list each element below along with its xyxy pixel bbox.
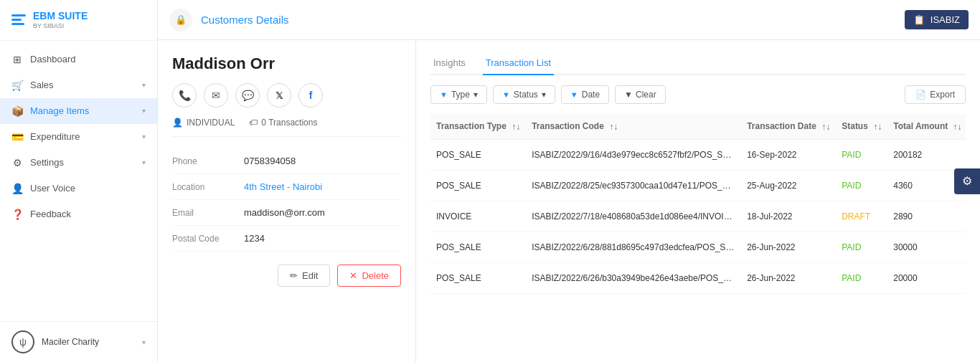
brand-name: ISABIZ (930, 14, 960, 25)
clear-filter-button[interactable]: ▼ Clear (615, 85, 666, 104)
cell-date: 18-Jul-2022 (741, 201, 836, 232)
status-filter-button[interactable]: ▼ Status ▾ (493, 85, 555, 104)
sidebar-item-label: Sales (30, 80, 135, 90)
location-label: Location (172, 181, 244, 192)
cell-type: POS_SALE (430, 262, 526, 293)
cell-code: ISABIZ/2022/8/25/ec9357300caa10d47e11/PO… (526, 170, 741, 201)
cell-code: ISABIZ/2022/7/18/e408680a53de1d086ee4/IN… (526, 201, 741, 232)
table-row: POS_SALE ISABIZ/2022/8/25/ec9357300caa10… (430, 170, 966, 201)
chevron-icon: ▾ (142, 158, 146, 166)
phone-row: Phone 0758394058 (172, 148, 401, 174)
filter-left: ▼ Type ▾ ▼ Status ▾ ▼ Date (430, 85, 666, 104)
sidebar-item-expenditure[interactable]: 💳 Expenditure ▾ (0, 124, 157, 150)
phone-contact-button[interactable]: 📞 (172, 83, 197, 108)
edit-icon: ✏ (290, 270, 298, 281)
filter-icon: ▼ (502, 90, 510, 99)
sidebar-item-feedback[interactable]: ❓ Feedback (0, 201, 157, 227)
export-button[interactable]: 📄 Export (905, 85, 966, 104)
sidebar-user[interactable]: ψ Maciler Charity ▾ (0, 321, 157, 362)
cell-code: ISABIZ/2022/6/26/b30a3949be426e43aebe/PO… (526, 262, 741, 293)
delete-icon: ✕ (349, 270, 357, 281)
manage-items-icon: 📦 (11, 105, 23, 117)
cell-code: ISABIZ/2022/6/28/881d8695c497d3edcfea/PO… (526, 232, 741, 262)
tab-insights[interactable]: Insights (430, 52, 468, 75)
transaction-count: 0 Transactions (261, 118, 317, 128)
logo-text: EBM SUITE BY SIBASI (33, 10, 88, 30)
customer-type: INDIVIDUAL (187, 118, 235, 128)
cell-total-amount: 20000 (887, 262, 966, 293)
cell-date: 26-Jun-2022 (741, 232, 836, 262)
logo-area: EBM SUITE BY SIBASI (0, 0, 157, 41)
email-label: Email (172, 207, 244, 218)
col-status: Status ↑↓ (836, 114, 887, 139)
sidebar-item-user-voice[interactable]: 👤 User Voice (0, 176, 157, 201)
brand-badge: 📋 ISABIZ (905, 10, 969, 29)
expenditure-icon: 💳 (11, 131, 23, 143)
delete-button[interactable]: ✕ Delete (337, 265, 401, 287)
chevron-down-icon: ▾ (542, 90, 546, 100)
sidebar-item-dashboard[interactable]: ⊞ Dashboard (0, 47, 157, 72)
feedback-icon: ❓ (11, 209, 23, 220)
facebook-contact-button[interactable]: f (298, 83, 323, 108)
dashboard-icon: ⊞ (11, 54, 23, 65)
postal-value: 1234 (244, 233, 265, 244)
email-row: Email maddison@orr.com (172, 200, 401, 226)
page-title: Customers Details (201, 14, 289, 26)
sort-icon[interactable]: ↑↓ (873, 122, 882, 132)
user-voice-icon: 👤 (11, 183, 23, 194)
sort-icon[interactable]: ↑↓ (512, 122, 520, 132)
type-filter-button[interactable]: ▼ Type ▾ (430, 85, 487, 104)
customer-panel: Maddison Orr 📞 ✉ 💬 𝕏 f 👤 INDIVIDUAL 🏷 (158, 40, 416, 362)
table-row: POS_SALE ISABIZ/2022/6/26/b30a3949be426e… (430, 262, 966, 293)
avatar: ψ (11, 330, 34, 353)
email-contact-button[interactable]: ✉ (204, 83, 228, 108)
filter-bar: ▼ Type ▾ ▼ Status ▾ ▼ Date (430, 85, 966, 104)
cell-date: 25-Aug-2022 (741, 170, 836, 201)
location-row: Location 4th Street - Nairobi (172, 174, 401, 200)
sidebar-item-label: Settings (30, 157, 135, 168)
sort-icon[interactable]: ↑↓ (609, 122, 618, 132)
contact-icons: 📞 ✉ 💬 𝕏 f (172, 83, 401, 108)
cell-type: INVOICE (430, 201, 526, 232)
settings-fab[interactable]: ⚙ (954, 168, 980, 194)
postal-label: Postal Code (172, 233, 244, 244)
transaction-table: Transaction Type ↑↓ Transaction Code ↑↓ … (430, 114, 966, 294)
whatsapp-contact-button[interactable]: 💬 (235, 83, 260, 108)
tab-transaction-list[interactable]: Transaction List (483, 52, 554, 75)
settings-icon: ⚙ (11, 157, 23, 168)
phone-label: Phone (172, 156, 244, 166)
sidebar-item-settings[interactable]: ⚙ Settings ▾ (0, 150, 157, 176)
sidebar-item-sales[interactable]: 🛒 Sales ▾ (0, 72, 157, 98)
transaction-count-badge: 🏷 0 Transactions (249, 118, 317, 128)
user-name: Maciler Charity (42, 337, 135, 347)
cell-status: PAID (836, 139, 887, 170)
col-total-amount: Total Amount ↑↓ (887, 114, 966, 139)
chevron-icon: ▾ (142, 133, 146, 140)
filter-icon: ▼ (570, 90, 578, 99)
sidebar-item-label: Expenditure (30, 131, 135, 142)
customer-name: Maddison Orr (172, 54, 401, 73)
col-transaction-type: Transaction Type ↑↓ (430, 114, 526, 139)
cell-type: POS_SALE (430, 139, 526, 170)
date-filter-button[interactable]: ▼ Date (561, 85, 609, 104)
sidebar-item-manage-items[interactable]: 📦 Manage Items ▾ (0, 98, 157, 124)
clear-icon: ▼ (624, 90, 633, 100)
sales-icon: 🛒 (11, 80, 23, 91)
logo-icon (11, 14, 26, 25)
sort-icon[interactable]: ↑↓ (821, 122, 830, 132)
twitter-contact-button[interactable]: 𝕏 (267, 83, 291, 108)
edit-button[interactable]: ✏ Edit (278, 265, 330, 287)
nav-menu: ⊞ Dashboard 🛒 Sales ▾ 📦 Manage Items ▾ 💳… (0, 41, 157, 321)
chevron-down-icon: ▾ (473, 90, 478, 100)
cell-type: POS_SALE (430, 170, 526, 201)
customer-meta: 👤 INDIVIDUAL 🏷 0 Transactions (172, 118, 401, 137)
transaction-table-wrap: Transaction Type ↑↓ Transaction Code ↑↓ … (430, 114, 966, 351)
cell-total-amount: 30000 (887, 232, 966, 262)
app-subtitle: BY SIBASI (33, 22, 88, 30)
sort-icon[interactable]: ↑↓ (953, 122, 962, 132)
export-icon: 📄 (915, 90, 926, 100)
cell-code: ISABIZ/2022/9/16/4d3e979ecc8c6527fbf2/PO… (526, 139, 741, 170)
col-transaction-code: Transaction Code ↑↓ (526, 114, 741, 139)
transaction-panel: Insights Transaction List ▼ Type ▾ ▼ Sta… (416, 40, 980, 362)
email-value: maddison@orr.com (244, 207, 325, 218)
